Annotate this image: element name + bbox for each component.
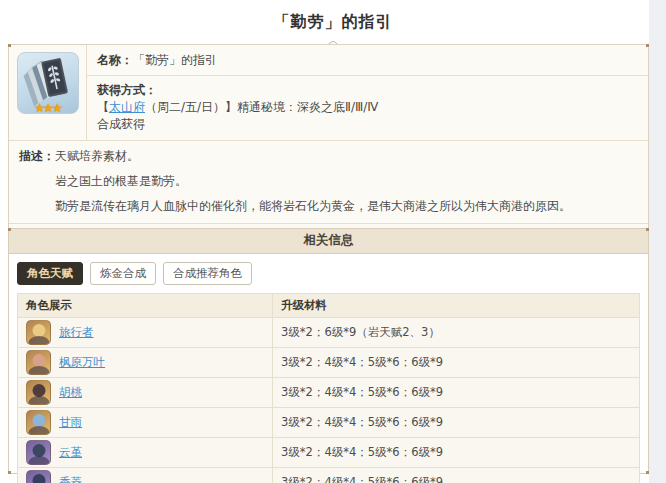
related-info-header: 相关信息 (9, 229, 648, 254)
character-avatar[interactable] (26, 410, 51, 435)
materials-cell: 3级*2；4级*4；5级*6；6级*9 (273, 438, 640, 468)
materials-cell: 3级*2；6级*9（岩天赋2、3） (273, 318, 640, 348)
name-label: 名称： (97, 53, 133, 67)
character-link[interactable]: 旅行者 (59, 325, 94, 340)
talent-materials-table: 角色展示 升级材料 旅行者 3级*2；6级*9（岩天赋2、3） (17, 293, 640, 483)
character-avatar[interactable] (26, 470, 51, 483)
bracket: 【 (97, 100, 109, 114)
description-section: 描述：天赋培养素材。 岩之国土的根基是勤劳。 勤劳是流传在璃月人血脉中的催化剂，… (9, 141, 648, 224)
character-avatar[interactable] (26, 350, 51, 375)
related-info-body: 角色天赋炼金合成合成推荐角色 角色展示 升级材料 旅行者 3级 (9, 254, 648, 483)
wiki-page: 「勤劳」的指引 (0, 0, 666, 483)
scrollbar-track[interactable] (649, 0, 666, 483)
rarity-stars: ★★★ (34, 101, 60, 114)
character-link[interactable]: 云堇 (59, 445, 82, 460)
item-name-row: 名称：「勤劳」的指引 (87, 45, 648, 76)
character-avatar[interactable] (26, 440, 51, 465)
tab-bar: 角色天赋炼金合成合成推荐角色 (17, 262, 640, 285)
tab-0[interactable]: 角色天赋 (17, 262, 83, 285)
obtain-label: 获得方式： (97, 83, 157, 97)
obtain-row: 获得方式： 【太山府（周二/五/日）】精通秘境：深炎之底Ⅱ/Ⅲ/Ⅳ 合成获得 (87, 76, 648, 140)
materials-cell: 3级*2；4级*4；5级*6；6级*9 (273, 408, 640, 438)
column-header-character: 角色展示 (18, 294, 273, 318)
avatar-bust (28, 396, 49, 405)
column-header-materials: 升级材料 (273, 294, 640, 318)
table-row: 云堇 3级*2；4级*4；5级*6；6级*9 (18, 438, 640, 468)
table-row: 枫原万叶 3级*2；4级*4；5级*6；6级*9 (18, 348, 640, 378)
character-avatar[interactable] (26, 380, 51, 405)
avatar-bust (28, 366, 49, 375)
item-name: 「勤劳」的指引 (133, 53, 217, 67)
corner-dot (8, 44, 11, 47)
avatar-head (32, 474, 45, 483)
desc-line2: 岩之国土的根基是勤劳。 (19, 173, 638, 189)
materials-cell: 3级*2；4级*4；5级*6；6级*9 (273, 348, 640, 378)
character-link[interactable]: 枫原万叶 (59, 355, 105, 370)
character-avatar[interactable] (26, 320, 51, 345)
corner-dot (8, 471, 11, 474)
character-link[interactable]: 甘雨 (59, 415, 82, 430)
table-row: 旅行者 3级*2；6级*9（岩天赋2、3） (18, 318, 640, 348)
table-row: 香菱 3级*2；4级*4；5级*6；6级*9 (18, 468, 640, 483)
tab-2[interactable]: 合成推荐角色 (163, 262, 252, 285)
item-meta: 名称：「勤劳」的指引 获得方式： 【太山府（周二/五/日）】精通秘境：深炎之底Ⅱ… (87, 45, 648, 140)
table-row: 胡桃 3级*2；4级*4；5级*6；6级*9 (18, 378, 640, 408)
character-link[interactable]: 胡桃 (59, 385, 82, 400)
avatar-bust (28, 456, 49, 465)
character-link[interactable]: 香菱 (59, 475, 82, 483)
materials-cell: 3级*2；4级*4；5级*6；6级*9 (273, 378, 640, 408)
desc-label: 描述： (19, 149, 55, 163)
materials-cell: 3级*2；4级*4；5级*6；6级*9 (273, 468, 640, 483)
domain-link[interactable]: 太山府 (109, 100, 145, 114)
related-info-box: 相关信息 角色天赋炼金合成合成推荐角色 角色展示 升级材料 (8, 228, 649, 474)
obtain-alt: 合成获得 (97, 116, 638, 133)
desc-line3: 勤劳是流传在璃月人血脉中的催化剂，能将岩石化为黄金，是伟大商港之所以为伟大商港的… (19, 198, 638, 214)
item-icon-cell: ★★★ (9, 45, 87, 140)
desc-line1: 天赋培养素材。 (55, 149, 139, 163)
avatar-bust (28, 336, 49, 345)
guide-to-diligence-item-icon[interactable]: ★★★ (17, 52, 79, 114)
obtain-detail: （周二/五/日）】精通秘境：深炎之底Ⅱ/Ⅲ/Ⅳ (145, 100, 378, 114)
page-title: 「勤劳」的指引 (0, 0, 666, 33)
table-row: 甘雨 3级*2；4级*4；5级*6；6级*9 (18, 408, 640, 438)
tab-1[interactable]: 炼金合成 (90, 262, 156, 285)
corner-dot (8, 228, 11, 231)
avatar-bust (28, 426, 49, 435)
